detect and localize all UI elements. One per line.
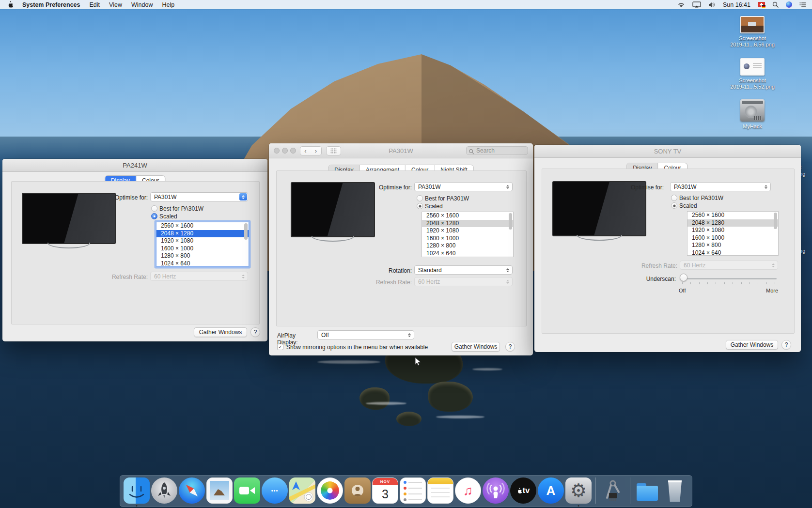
dock-tv-icon[interactable]: tv (510, 477, 536, 504)
gather-windows-button[interactable]: Gather Windows (194, 327, 247, 337)
desktop-icon-screenshot-1[interactable]: Screenshot2019-11...6.56.png (728, 16, 777, 48)
resolution-item[interactable]: 1920 × 1080 (422, 227, 513, 235)
dock-notes-icon[interactable] (427, 477, 453, 504)
help-button[interactable]: ? (505, 342, 515, 352)
show-mirroring-checkbox[interactable]: ✓ (277, 344, 283, 350)
resolution-item[interactable]: 1600 × 1000 (687, 234, 778, 242)
notification-center-icon[interactable] (799, 2, 806, 7)
resolution-item[interactable]: 1280 × 800 (156, 252, 249, 260)
airplay-display-popup[interactable]: Off (317, 330, 414, 339)
menu-help[interactable]: Help (162, 1, 174, 8)
resolution-item[interactable]: 1280 × 800 (422, 242, 513, 250)
resolution-item[interactable]: 2560 × 1600 (422, 212, 513, 220)
popup-stepper-icon (504, 278, 512, 285)
dock-appstore-icon[interactable]: A (538, 477, 564, 504)
forward-button[interactable]: › (311, 146, 322, 155)
appstore-a-glyph: A (547, 483, 556, 498)
dock-calendar-icon[interactable]: NOV 3 (372, 477, 398, 504)
rotation-popup[interactable]: Standard (414, 265, 513, 275)
scrollbar[interactable] (509, 213, 512, 230)
resolution-item[interactable]: 1024 × 640 (156, 260, 249, 267)
scrollbar[interactable] (244, 223, 248, 240)
dock-contacts-icon[interactable] (344, 477, 371, 504)
display-mirroring-icon[interactable] (692, 1, 701, 8)
underscan-slider-track[interactable] (681, 278, 777, 279)
desktop-icon-label: MyHack (743, 123, 762, 130)
best-for-radio[interactable] (417, 195, 423, 201)
apple-menu-icon[interactable] (7, 1, 13, 8)
gather-windows-button[interactable]: Gather Windows (452, 342, 500, 352)
close-button[interactable] (274, 148, 280, 154)
spotlight-search-icon[interactable] (772, 1, 779, 8)
menu-window[interactable]: Window (131, 1, 153, 8)
search-input[interactable] (466, 146, 528, 155)
dock-music-icon[interactable]: ♫ (455, 477, 481, 504)
dock-reminders-icon[interactable] (400, 477, 426, 504)
resolution-item[interactable]: 1600 × 1000 (422, 235, 513, 243)
resolution-item-selected[interactable]: 2048 × 1280 (422, 220, 513, 228)
resolution-item[interactable]: 1024 × 640 (422, 250, 513, 258)
scrollbar[interactable] (774, 213, 777, 229)
menu-app-name[interactable]: System Preferences (22, 1, 80, 8)
dock-downloads-folder-icon[interactable] (634, 477, 660, 504)
desktop-icon-label: Screenshot (730, 77, 775, 84)
zoom-button[interactable] (290, 148, 296, 154)
underscan-label: Underscan: (598, 276, 676, 282)
refresh-rate-popup[interactable]: 60 Hertz (150, 272, 248, 281)
refresh-rate-popup[interactable]: 60 Hertz (414, 277, 513, 286)
resolution-item-selected[interactable]: 2048 × 1280 (687, 219, 778, 227)
input-source-flag-icon[interactable] (758, 2, 765, 7)
menu-edit[interactable]: Edit (90, 1, 100, 8)
dock-messages-icon[interactable]: ••• (262, 477, 288, 504)
resolution-item[interactable]: 1600 × 1000 (156, 245, 249, 253)
minimize-button[interactable] (282, 148, 288, 154)
dock-launchpad-icon[interactable] (151, 477, 177, 504)
help-button[interactable]: ? (250, 327, 260, 337)
refresh-rate-popup[interactable]: 60 Hertz (680, 261, 778, 270)
dock-safari-icon[interactable] (179, 477, 205, 504)
volume-icon[interactable] (708, 2, 716, 8)
window-title: PA301W (389, 147, 413, 154)
hard-drive-icon (740, 99, 765, 122)
resolution-item[interactable]: 2560 × 1600 (156, 222, 249, 230)
optimise-for-popup[interactable]: PA301W (150, 192, 248, 201)
dock-photos-icon[interactable] (317, 477, 343, 504)
dock-maps-icon[interactable] (289, 477, 315, 504)
gather-windows-button[interactable]: Gather Windows (726, 340, 778, 350)
resolution-item[interactable]: 1280 × 800 (687, 242, 778, 249)
rotation-value: Standard (418, 267, 442, 274)
underscan-slider-thumb[interactable] (680, 274, 687, 281)
siri-icon[interactable] (786, 1, 792, 8)
titlebar-pa241w[interactable]: PA241W (2, 159, 267, 172)
best-for-radio[interactable] (671, 195, 677, 201)
best-for-radio[interactable] (151, 205, 157, 212)
dock-mail-icon[interactable] (206, 477, 233, 504)
menu-clock[interactable]: Sun 16:41 (723, 1, 750, 8)
resolution-item[interactable]: 1920 × 1080 (156, 237, 249, 245)
back-button[interactable]: ‹ (300, 146, 311, 155)
dock-trash-icon[interactable] (662, 477, 688, 504)
dock-podcasts-icon[interactable] (483, 477, 509, 504)
resolution-item[interactable]: 1920 × 1080 (687, 227, 778, 234)
dock-system-preferences-icon[interactable]: ⚙ (565, 477, 592, 504)
titlebar-sonytv[interactable]: SONY TV (534, 145, 801, 158)
resolution-item-selected[interactable]: 2048 × 1280 (156, 230, 249, 238)
dock-hackintool-icon[interactable] (600, 477, 626, 504)
resolution-item[interactable]: 1024 × 640 (687, 249, 778, 256)
scaled-radio[interactable] (671, 202, 677, 209)
dock-facetime-icon[interactable] (234, 477, 260, 504)
optimise-for-popup[interactable]: PA301W (670, 182, 771, 191)
scaled-radio[interactable] (151, 213, 157, 219)
show-all-button[interactable] (326, 146, 341, 155)
desktop-icon-myhack-drive[interactable]: MyHack (728, 99, 777, 130)
wifi-icon[interactable] (677, 2, 685, 8)
optimise-for-popup[interactable]: PA301W (414, 182, 513, 191)
wallpaper-rock (428, 382, 473, 412)
resolution-item[interactable]: 2560 × 1600 (687, 212, 778, 219)
dock-finder-icon[interactable] (124, 477, 150, 504)
desktop-icon-screenshot-2[interactable]: Screenshot2019-11...5.52.png (728, 58, 777, 90)
scaled-radio[interactable] (417, 203, 423, 209)
help-button[interactable]: ? (781, 340, 791, 350)
wallpaper-foam (436, 416, 484, 418)
menu-view[interactable]: View (109, 1, 122, 8)
